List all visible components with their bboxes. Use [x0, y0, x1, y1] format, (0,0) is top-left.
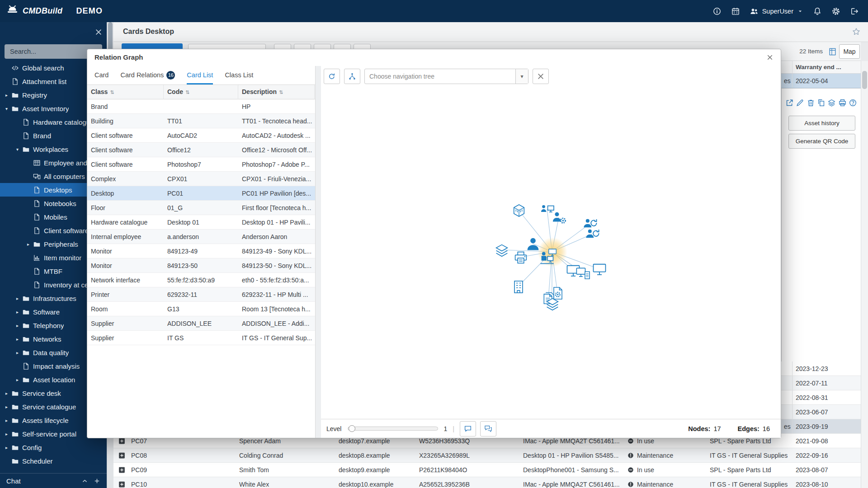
- supplier-cell: IT GS - IT General Supplies: [710, 477, 793, 488]
- sidebar-item-label: Desktops: [44, 186, 72, 194]
- comment-button[interactable]: [460, 421, 476, 436]
- graph-node-pc-docs[interactable]: [575, 265, 591, 281]
- tab-card-relations[interactable]: Card Relations16: [120, 66, 175, 84]
- expand-row-icon[interactable]: [118, 448, 126, 463]
- graph-node-person-sync[interactable]: [585, 226, 601, 243]
- gear-icon[interactable]: [831, 7, 840, 16]
- help-icon[interactable]: [849, 99, 857, 107]
- user-menu[interactable]: SuperUser: [750, 7, 803, 16]
- map-button[interactable]: Map: [839, 44, 860, 59]
- graph-node-person-desk[interactable]: [539, 250, 555, 266]
- sidebar-close-icon[interactable]: [94, 28, 103, 36]
- graph-node-printer[interactable]: [513, 249, 529, 266]
- comments-button[interactable]: [480, 421, 496, 436]
- level-slider-thumb[interactable]: [349, 425, 355, 432]
- warranty-column-header[interactable]: Warranty end ...: [781, 61, 861, 74]
- logout-icon[interactable]: [850, 7, 859, 16]
- relation-row-client-software-photoshop7[interactable]: Client softwarePhotoshop7Photoshop7 - Ad…: [87, 157, 315, 172]
- modal-header[interactable]: Relation Graph: [87, 49, 781, 66]
- copy-icon[interactable]: [817, 99, 826, 107]
- relation-row-internal-employee-a-anderson[interactable]: Internal employeea.andersonAnderson Aaro…: [87, 230, 315, 244]
- modal-close-icon[interactable]: [766, 54, 774, 61]
- print-icon[interactable]: [838, 99, 847, 107]
- tab-card[interactable]: Card: [94, 66, 108, 84]
- column-divider: [792, 61, 793, 73]
- graph-node-person-gear[interactable]: [551, 210, 567, 226]
- level-slider[interactable]: [348, 427, 438, 431]
- selected-grid-row[interactable]: es 2022-05-04: [781, 74, 861, 88]
- stack-icon[interactable]: [827, 99, 836, 107]
- class-cell: Client software: [87, 128, 164, 143]
- tab-label: Class List: [225, 71, 253, 79]
- expand-row-icon[interactable]: [118, 463, 126, 477]
- navigation-tree-combo[interactable]: Choose navigation tree ▾: [364, 69, 528, 84]
- grid-view-icon[interactable]: [828, 47, 837, 56]
- relation-row-desktop-pc01[interactable]: DesktopPC01PC01 HP Pavilion [des...: [87, 186, 315, 201]
- sidebar-item-scheduler[interactable]: Scheduler: [0, 454, 107, 468]
- chat-bar[interactable]: Chat: [0, 473, 107, 488]
- table-row-pc10[interactable]: PC10White Alexdesktop10.exampleA25652L39…: [113, 477, 861, 488]
- favorite-star-icon[interactable]: [852, 27, 861, 36]
- class-cell: Floor: [87, 201, 164, 215]
- graph-node-building-iso[interactable]: [511, 202, 527, 219]
- warranty-row[interactable]: 2023-12-23: [781, 361, 861, 376]
- column-header-code[interactable]: Code⇅: [164, 85, 238, 99]
- graph-node-monitor[interactable]: [591, 261, 608, 277]
- graph-node-building[interactable]: [510, 279, 527, 295]
- sidebar-item-label: Peripherals: [44, 240, 78, 248]
- relation-row-room-g13[interactable]: RoomG13Room 13 [Tecnoteca h...: [87, 302, 315, 316]
- relation-row-brand-hp[interactable]: BrandHP: [87, 99, 315, 114]
- relation-row-monitor-849123-50[interactable]: Monitor849123-50849123-50 - Sony KDL...: [87, 258, 315, 273]
- calendar-icon[interactable]: [731, 7, 740, 16]
- relation-row-client-software-office12[interactable]: Client softwareOffice12Office12 - Micros…: [87, 143, 315, 157]
- asset-history-button[interactable]: Asset history: [788, 116, 855, 131]
- app-brand: CMDBuild: [0, 5, 62, 17]
- table-row-pc08[interactable]: PC08Colding Conraddesktop8.exampleX23265…: [113, 448, 861, 463]
- relation-row-network-interface-55-fe-f2-d3-50-a9[interactable]: Network interface55:fe:f2:d3:50:a9eth0 -…: [87, 273, 315, 287]
- relation-row-complex-cpx01[interactable]: ComplexCPX01CPX01 - Friuli-Venezia...: [87, 172, 315, 186]
- clear-combo-button[interactable]: [533, 69, 549, 84]
- expand-row-icon[interactable]: [118, 477, 126, 488]
- relation-row-printer-629232-11[interactable]: Printer629232-11629232-11 - HP Multi ...: [87, 287, 315, 302]
- navigation-tree-button[interactable]: [344, 69, 360, 84]
- graph-canvas[interactable]: [321, 86, 781, 419]
- relation-row-supplier-it-gs[interactable]: SupplierIT GSIT GS - IT General Sup...: [87, 331, 315, 345]
- info-icon[interactable]: [712, 7, 722, 16]
- tab-class-list[interactable]: Class List: [225, 66, 253, 84]
- relation-row-monitor-849123-49[interactable]: Monitor849123-49849123-49 - Sony KDL...: [87, 244, 315, 258]
- relation-row-floor-01-g[interactable]: Floor01_GFirst floor [Tecnoteca h...: [87, 201, 315, 215]
- refresh-button[interactable]: [324, 69, 340, 84]
- relation-row-hardware-catalogue-desktop-01[interactable]: Hardware catalogueDesktop 01Desktop 01 -…: [87, 215, 315, 230]
- page-scrollbar-thumb[interactable]: [862, 71, 867, 89]
- chat-collapse-icon[interactable]: [81, 478, 88, 484]
- sidebar-item-label: Self-service portal: [22, 430, 76, 438]
- column-header-class[interactable]: Class⇅: [87, 85, 164, 99]
- graph-node-layers-diamond[interactable]: [494, 242, 510, 258]
- tab-card-list[interactable]: Card List: [187, 66, 213, 84]
- panel-splitter[interactable]: [316, 66, 321, 438]
- generate-qr-button[interactable]: Generate QR Code: [788, 134, 855, 149]
- folder-icon: [11, 91, 19, 99]
- chat-add-icon[interactable]: [94, 478, 100, 484]
- warranty-row[interactable]: 2022-07-11: [781, 376, 861, 390]
- relation-row-client-software-autocad2[interactable]: Client softwareAutoCAD2AutoCAD2 - Autode…: [87, 128, 315, 143]
- external-icon[interactable]: [785, 99, 794, 107]
- sidebar-item-config[interactable]: ▸Config: [0, 441, 107, 454]
- trash-icon[interactable]: [807, 99, 815, 107]
- description-cell: 629232-11 - HP Multi ...: [238, 287, 315, 302]
- sidebar-item-label: Client software: [44, 227, 89, 235]
- relation-row-building-tt01[interactable]: BuildingTT01TT01 - Tecnoteca head...: [87, 114, 315, 128]
- hostname-cell: desktop9.example: [339, 463, 390, 477]
- column-header-description[interactable]: Description⇅: [238, 85, 315, 99]
- pencil-icon[interactable]: [796, 99, 804, 107]
- table-row-pc09[interactable]: PC09Smith Tomdesktop9.exampleP26211K9840…: [113, 463, 861, 477]
- relation-row-supplier-addison-lee[interactable]: SupplierADDISON_LEEADDISON_LEE - Addi...: [87, 316, 315, 331]
- warranty-row[interactable]: 2022-08-31: [781, 390, 861, 405]
- page-scrollbar[interactable]: [861, 61, 868, 488]
- combo-dropdown-icon[interactable]: ▾: [515, 69, 528, 84]
- description-cell: IT GS - IT General Sup...: [238, 331, 315, 345]
- warranty-row[interactable]: 2023-06-07: [781, 405, 861, 419]
- bell-icon[interactable]: [813, 7, 822, 16]
- warranty-row[interactable]: es2023-09-19: [781, 419, 861, 434]
- graph-node-layers-diamond[interactable]: [544, 296, 561, 312]
